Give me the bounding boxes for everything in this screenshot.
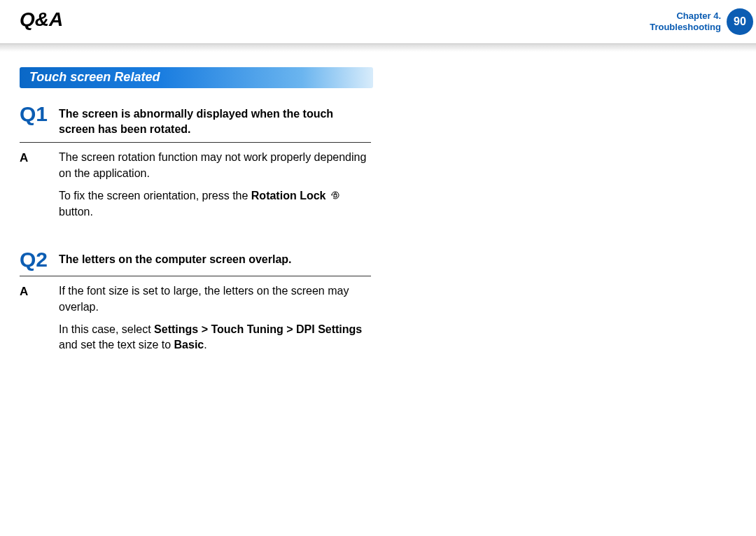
- question-text: The letters on the computer screen overl…: [59, 249, 292, 267]
- page-number-badge: 90: [727, 8, 753, 35]
- chapter-line2: Troubleshooting: [650, 22, 721, 33]
- qa-block: Q2 The letters on the computer screen ov…: [20, 249, 371, 353]
- answer-row: A If the font size is set to large, the …: [20, 283, 371, 315]
- case-end: Basic: [174, 339, 204, 351]
- chapter-info: Chapter 4. Troubleshooting: [650, 10, 721, 34]
- answer-text: The screen rotation function may not wor…: [59, 150, 371, 181]
- answer-followup: In this case, select Settings > Touch Tu…: [59, 322, 371, 353]
- question-label: Q2: [20, 249, 49, 270]
- question-text: The screen is abnormally displayed when …: [59, 104, 371, 136]
- fix-suffix: button.: [59, 206, 93, 218]
- answer-label: A: [20, 150, 59, 167]
- svg-marker-0: [331, 195, 332, 196]
- content-area: Touch screen Related Q1 The screen is ab…: [0, 52, 392, 353]
- section-header: Touch screen Related: [20, 67, 373, 88]
- case-middle: and set the text size to: [59, 339, 174, 351]
- question-row: Q2 The letters on the computer screen ov…: [20, 249, 371, 276]
- fix-prefix: To fix the screen orientation, press the: [59, 190, 251, 202]
- chapter-line1: Chapter 4.: [650, 10, 721, 22]
- question-row: Q1 The screen is abnormally displayed wh…: [20, 104, 371, 143]
- header-right: Chapter 4. Troubleshooting 90: [650, 8, 756, 35]
- qa-block: Q1 The screen is abnormally displayed wh…: [20, 104, 371, 220]
- answer-text: If the font size is set to large, the le…: [59, 283, 371, 315]
- rotation-lock-icon: [330, 189, 340, 204]
- answer-followup: To fix the screen orientation, press the…: [59, 188, 371, 220]
- case-path: Settings > Touch Tuning > DPI Settings: [154, 323, 362, 335]
- answer-label: A: [20, 283, 59, 300]
- svg-rect-1: [334, 195, 337, 197]
- answer-row: A The screen rotation function may not w…: [20, 150, 371, 181]
- page-title: Q&A: [20, 8, 63, 31]
- fix-bold: Rotation Lock: [251, 190, 326, 202]
- header-shadow: [0, 43, 756, 52]
- case-prefix: In this case, select: [59, 323, 154, 335]
- page-header: Q&A Chapter 4. Troubleshooting 90: [0, 0, 756, 35]
- question-label: Q1: [20, 104, 49, 125]
- case-suffix: .: [204, 339, 206, 351]
